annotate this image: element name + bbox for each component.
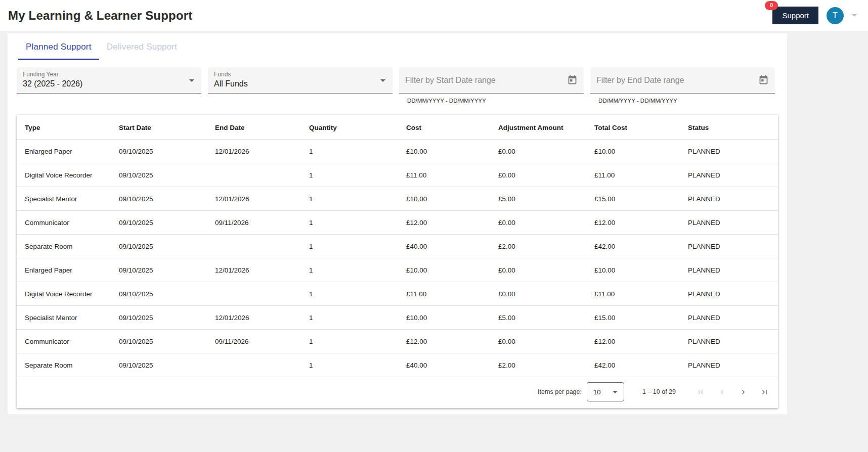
chevron-down-icon: [613, 391, 618, 393]
cell-quantity: 1: [301, 140, 398, 163]
cell-status: PLANNED: [680, 235, 778, 258]
cell-adjustment-amount: £0.00: [490, 211, 586, 235]
cell-status: PLANNED: [680, 140, 778, 163]
cell-total-cost: £12.00: [586, 330, 680, 353]
cell-end-date: [207, 353, 301, 377]
cell-status: PLANNED: [680, 211, 778, 235]
app-header: My Learning & Learner Support 0 Support …: [0, 0, 868, 31]
cell-cost: £10.00: [398, 187, 490, 211]
notification-badge: 0: [765, 1, 778, 10]
cell-total-cost: £11.00: [586, 282, 680, 306]
cell-cost: £12.00: [398, 211, 490, 235]
cell-status: PLANNED: [680, 282, 778, 306]
cell-quantity: 1: [301, 211, 398, 235]
cell-cost: £10.00: [398, 258, 490, 282]
chevron-right-icon: [739, 388, 748, 396]
funding-year-value: 32 (2025 - 2026): [23, 79, 181, 88]
cell-quantity: 1: [301, 258, 398, 282]
next-page-button[interactable]: [732, 382, 754, 402]
cell-adjustment-amount: £0.00: [490, 330, 586, 353]
cell-type: Enlarged Paper: [17, 258, 111, 282]
cell-end-date: [207, 163, 301, 187]
previous-page-button[interactable]: [711, 382, 732, 402]
cell-end-date: 09/11/2026: [207, 211, 301, 235]
cell-total-cost: £42.00: [586, 353, 680, 377]
column-header-adjustment-amount: Adjustment Amount: [490, 115, 586, 140]
avatar[interactable]: T: [827, 7, 844, 24]
cell-start-date: 09/10/2025: [111, 330, 207, 353]
cell-status: PLANNED: [680, 353, 778, 377]
calendar-icon[interactable]: [567, 75, 578, 87]
tab-delivered-support[interactable]: Delivered Support: [99, 33, 185, 60]
start-date-format-hint: DD/MM/YYYY - DD/MM/YYYY: [407, 98, 584, 104]
items-per-page-select[interactable]: 10: [587, 382, 624, 401]
cell-cost: £10.00: [398, 306, 490, 330]
end-date-filter-group: DD/MM/YYYY - DD/MM/YYYY: [590, 67, 775, 104]
tab-planned-support[interactable]: Planned Support: [18, 33, 99, 60]
cell-total-cost: £10.00: [586, 258, 680, 282]
cell-total-cost: £12.00: [586, 211, 680, 235]
chevron-down-icon[interactable]: [852, 14, 857, 17]
cell-end-date: 12/01/2026: [207, 187, 301, 211]
cell-start-date: 09/10/2025: [111, 258, 207, 282]
cell-status: PLANNED: [680, 187, 778, 211]
support-table-card: TypeStart DateEnd DateQuantityCostAdjust…: [17, 115, 778, 408]
column-header-status: Status: [680, 115, 778, 140]
table-row: Enlarged Paper09/10/202512/01/20261£10.0…: [17, 258, 778, 282]
cell-total-cost: £42.00: [586, 235, 680, 258]
cell-quantity: 1: [301, 353, 398, 377]
last-page-button[interactable]: [754, 382, 775, 402]
cell-status: PLANNED: [680, 163, 778, 187]
cell-end-date: [207, 235, 301, 258]
calendar-icon[interactable]: [758, 75, 769, 87]
cell-end-date: 12/01/2026: [207, 140, 301, 163]
first-page-button[interactable]: [690, 382, 711, 402]
funds-label: Funds: [214, 71, 372, 78]
funds-value: All Funds: [214, 79, 372, 88]
cell-end-date: 12/01/2026: [207, 258, 301, 282]
start-date-range-input[interactable]: [405, 67, 563, 93]
cell-cost: £10.00: [398, 140, 490, 163]
column-header-cost: Cost: [398, 115, 490, 140]
first-page-icon: [697, 388, 705, 396]
cell-type: Communicator: [17, 330, 111, 353]
cell-type: Separate Room: [17, 353, 111, 377]
column-header-start-date: Start Date: [111, 115, 207, 140]
cell-adjustment-amount: £2.00: [490, 353, 586, 377]
column-header-total-cost: Total Cost: [586, 115, 680, 140]
table-row: Separate Room09/10/20251£40.00£2.00£42.0…: [17, 235, 778, 258]
cell-start-date: 09/10/2025: [111, 235, 207, 258]
cell-quantity: 1: [301, 330, 398, 353]
cell-total-cost: £15.00: [586, 187, 680, 211]
column-header-end-date: End Date: [207, 115, 301, 140]
cell-start-date: 09/10/2025: [111, 282, 207, 306]
cell-cost: £11.00: [398, 163, 490, 187]
cell-adjustment-amount: £0.00: [490, 163, 586, 187]
support-button[interactable]: Support: [772, 7, 818, 24]
column-header-type: Type: [17, 115, 111, 140]
funds-select[interactable]: Funds All Funds: [208, 67, 393, 94]
cell-adjustment-amount: £2.00: [490, 235, 586, 258]
cell-type: Separate Room: [17, 235, 111, 258]
table-row: Specialist Mentor09/10/202512/01/20261£1…: [17, 306, 778, 330]
cell-total-cost: £10.00: [586, 140, 680, 163]
start-date-range-field[interactable]: [399, 67, 584, 94]
funding-year-select[interactable]: Funding Year 32 (2025 - 2026): [17, 67, 201, 94]
support-table: TypeStart DateEnd DateQuantityCostAdjust…: [17, 115, 778, 377]
support-button-wrap: 0 Support: [772, 7, 818, 24]
cell-end-date: 09/11/2026: [207, 330, 301, 353]
cell-quantity: 1: [301, 187, 398, 211]
cell-quantity: 1: [301, 282, 398, 306]
end-date-range-input[interactable]: [596, 67, 755, 93]
cell-type: Digital Voice Recorder: [17, 282, 111, 306]
cell-quantity: 1: [301, 163, 398, 187]
cell-status: PLANNED: [680, 306, 778, 330]
cell-adjustment-amount: £0.00: [490, 282, 586, 306]
end-date-range-field[interactable]: [590, 67, 775, 94]
cell-type: Specialist Mentor: [17, 306, 111, 330]
page-title: My Learning & Learner Support: [8, 9, 193, 23]
cell-start-date: 09/10/2025: [111, 211, 207, 235]
table-row: Specialist Mentor09/10/202512/01/20261£1…: [17, 187, 778, 211]
cell-cost: £40.00: [398, 235, 490, 258]
cell-adjustment-amount: £0.00: [490, 140, 586, 163]
